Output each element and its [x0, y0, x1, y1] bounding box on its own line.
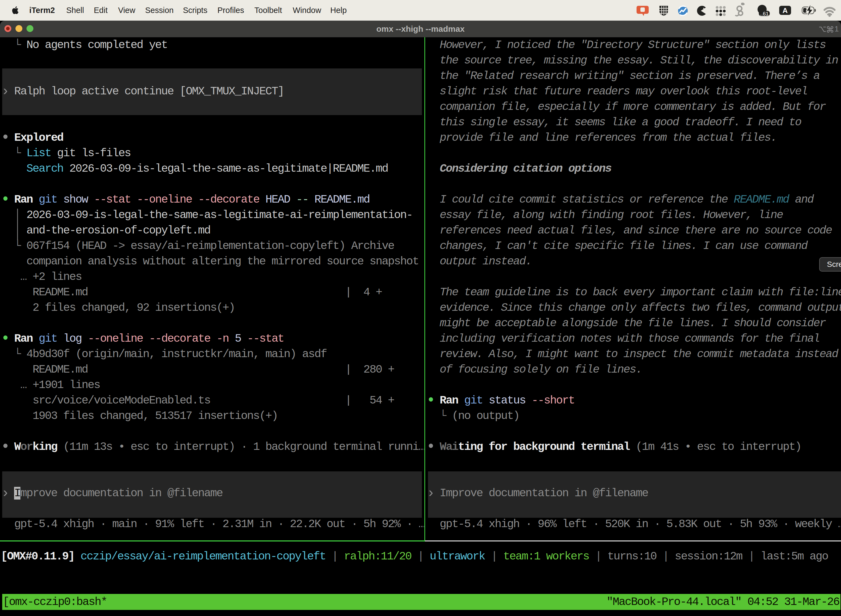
svg-text:A: A: [782, 6, 788, 15]
svg-text:..61: ..61: [760, 11, 769, 16]
